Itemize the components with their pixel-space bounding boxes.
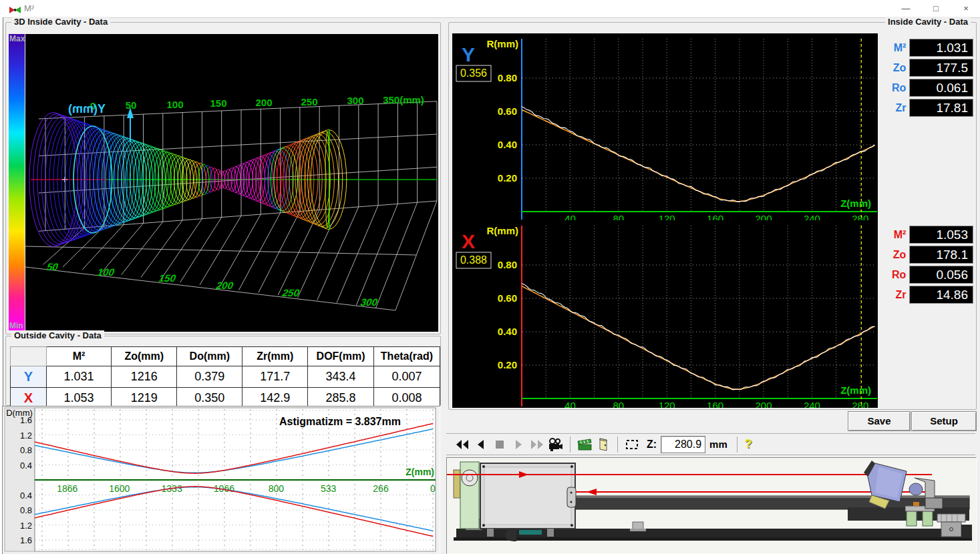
table-corner-cell bbox=[11, 347, 47, 366]
r-tick-label: 0.80 bbox=[498, 259, 517, 270]
toolbar-separator bbox=[617, 437, 618, 453]
astigmatism-title: Astigmatizm = 3.837mm bbox=[279, 416, 401, 427]
z-tick-label: 533 bbox=[321, 483, 337, 494]
stat-row: Zr14.86 bbox=[880, 286, 973, 303]
titlebar: M² — □ × bbox=[0, 0, 980, 18]
stat-value: 14.86 bbox=[909, 286, 973, 304]
outside-cavity-table: M²Zo(mm)Do(mm)Zr(mm)DOF(mm)Theta(rad)Y1.… bbox=[10, 346, 440, 409]
z-tick-top: 100 bbox=[166, 99, 183, 110]
z-axis-label: Z(mm) bbox=[840, 384, 871, 396]
astigmatism-plot: D(mm)1.61.61.21.20.80.80.40.418661600133… bbox=[3, 406, 438, 553]
stat-label: Zo bbox=[880, 62, 906, 74]
stat-value: 17.81 bbox=[909, 99, 973, 117]
stat-value: 177.5 bbox=[909, 59, 973, 77]
column-header: Zo(mm) bbox=[112, 347, 177, 366]
stat-row: Ro0.056 bbox=[880, 266, 973, 283]
window-title: M² bbox=[24, 3, 34, 13]
z-position-input[interactable] bbox=[661, 436, 705, 453]
r-tick-label: 0.60 bbox=[498, 292, 517, 304]
column-header: DOF(mm) bbox=[308, 347, 374, 366]
z-axis-label: Z(mm) bbox=[405, 467, 434, 477]
inside-cavity-y-plot: 0.800.600.400.204080120160200240280Z(mm)… bbox=[452, 33, 878, 221]
save-button[interactable]: Save bbox=[848, 411, 911, 431]
group-inside-title: Inside Cavity - Data bbox=[885, 17, 971, 27]
help-button[interactable]: ? bbox=[745, 437, 752, 451]
stat-row: Zo177.5 bbox=[880, 59, 973, 76]
r-tick-label: 0.60 bbox=[498, 105, 517, 117]
stat-row: Zr17.81 bbox=[880, 99, 973, 116]
current-radius-value: 0.356 bbox=[460, 67, 487, 79]
clapperboard-icon[interactable] bbox=[575, 437, 594, 453]
plot-axis-name: X bbox=[462, 230, 475, 252]
stat-label: Ro bbox=[880, 269, 906, 281]
table-cell: 343.4 bbox=[308, 366, 374, 388]
inside-cavity-x-plot: 0.800.600.400.204080120160200240280Z(mm)… bbox=[452, 220, 878, 408]
exit-door-icon[interactable] bbox=[594, 437, 613, 453]
region-select-icon[interactable] bbox=[623, 437, 641, 453]
group-inside-cavity: Inside Cavity - Data 0.800.600.400.20408… bbox=[448, 22, 977, 410]
stat-label: Zr bbox=[880, 289, 906, 301]
toolbar: Z: mm ? bbox=[446, 433, 975, 455]
stop-button[interactable] bbox=[490, 437, 509, 453]
table-cell: 1.031 bbox=[46, 366, 111, 388]
toolbar-separator bbox=[737, 437, 738, 453]
column-header: Theta(rad) bbox=[373, 347, 440, 366]
astigmatism-panel: D(mm)1.61.61.21.20.80.80.40.418661600133… bbox=[2, 406, 440, 554]
aperture-knob bbox=[462, 470, 478, 486]
z-position-label: Z: bbox=[647, 439, 657, 451]
stat-label: Zo bbox=[880, 249, 906, 261]
close-button[interactable]: × bbox=[952, 0, 980, 17]
d-tick-label: 1.2 bbox=[20, 431, 32, 441]
stat-label: Ro bbox=[880, 82, 906, 94]
stat-value: 0.056 bbox=[909, 266, 973, 284]
d-tick-label: 0.4 bbox=[20, 461, 32, 471]
setup-button[interactable]: Setup bbox=[911, 411, 977, 431]
group-outside-cavity: Outside Cavity - Data M²Zo(mm)Do(mm)Zr(m… bbox=[5, 336, 441, 406]
z-tick-label: 280 bbox=[852, 400, 868, 408]
y-stats-panel: M²1.031Zo177.5Ro0.061Zr17.81 bbox=[880, 39, 973, 119]
movie-camera-icon[interactable] bbox=[546, 437, 565, 453]
app-icon bbox=[9, 5, 21, 17]
toolbar-separator bbox=[570, 437, 570, 453]
z-unit-label: mm bbox=[709, 439, 727, 450]
table-cell: 0.007 bbox=[373, 366, 440, 388]
maximize-button[interactable]: □ bbox=[922, 0, 950, 17]
r-tick-label: 0.20 bbox=[498, 359, 517, 370]
intensity-colorbar: Max Min bbox=[9, 34, 25, 330]
minimize-button[interactable]: — bbox=[892, 0, 920, 17]
stat-row: Ro0.061 bbox=[880, 79, 973, 96]
play-button[interactable] bbox=[509, 437, 528, 453]
z-tick-label: 240 bbox=[804, 400, 820, 408]
instrument-panel bbox=[446, 457, 977, 554]
z-tick-label: 266 bbox=[373, 483, 389, 494]
z-tick-label: 80 bbox=[613, 400, 624, 408]
table-cell: 171.7 bbox=[242, 366, 308, 388]
z-tick-label: 0 bbox=[430, 483, 436, 494]
z-tick-top: 250 bbox=[301, 96, 317, 107]
stat-value: 1.053 bbox=[909, 226, 973, 244]
colorbar-max-label: Max bbox=[9, 34, 25, 43]
r-tick-label: 0.40 bbox=[498, 326, 517, 337]
step-back-button[interactable] bbox=[472, 437, 490, 453]
stat-label: M² bbox=[880, 42, 906, 54]
column-header: M² bbox=[46, 347, 111, 366]
row-label: Y bbox=[11, 366, 47, 388]
group-3d-title: 3D Inside Cavity - Data bbox=[11, 17, 110, 27]
stat-row: Zo178.1 bbox=[880, 246, 973, 263]
stat-row: M²1.031 bbox=[880, 39, 973, 56]
d-tick-label: 1.6 bbox=[20, 415, 32, 425]
z-axis-label: Z(mm) bbox=[840, 198, 871, 209]
column-header: Zr(mm) bbox=[242, 347, 308, 366]
stat-row: M²1.053 bbox=[880, 226, 973, 243]
fast-forward-button[interactable] bbox=[528, 437, 546, 453]
beam-arrow-left bbox=[587, 489, 597, 495]
d-tick-label: 0.8 bbox=[20, 445, 32, 455]
z-tick-top: 350(mm) bbox=[383, 94, 424, 105]
d-tick-label: 1.2 bbox=[20, 521, 32, 531]
z-tick-label: 1600 bbox=[109, 483, 130, 494]
d-tick-label: 1.6 bbox=[20, 535, 32, 545]
rewind-button[interactable] bbox=[453, 437, 472, 453]
r-tick-label: 0.40 bbox=[498, 139, 517, 150]
table-row: Y1.03112160.379171.7343.40.007 bbox=[11, 366, 440, 388]
table-cell: 1216 bbox=[112, 366, 177, 388]
